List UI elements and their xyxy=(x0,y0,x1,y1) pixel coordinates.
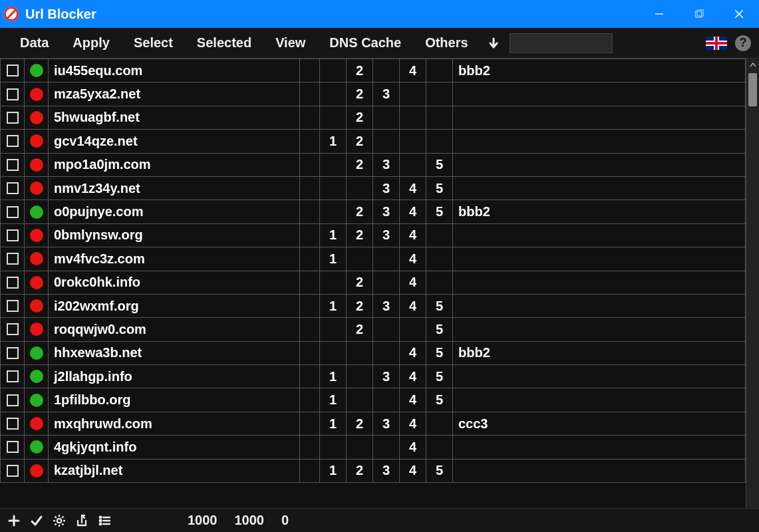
note-cell xyxy=(453,247,746,271)
col-5: 5 xyxy=(426,459,453,482)
status-dot-icon xyxy=(30,229,43,242)
note-cell xyxy=(453,294,746,317)
arrow-down-icon[interactable] xyxy=(487,37,500,50)
row-checkbox[interactable] xyxy=(7,347,19,359)
svg-point-18 xyxy=(100,523,102,525)
menu-view[interactable]: View xyxy=(263,31,317,55)
row-checkbox[interactable] xyxy=(7,300,19,312)
row-checkbox[interactable] xyxy=(7,370,19,382)
table-row[interactable]: 0rokc0hk.info24 xyxy=(1,271,746,294)
row-checkbox[interactable] xyxy=(7,182,19,194)
table-row[interactable]: hhxewa3b.net45bbb2 xyxy=(1,341,746,364)
row-checkbox[interactable] xyxy=(7,277,19,289)
table-row[interactable]: iu455equ.com24bbb2 xyxy=(1,59,746,82)
table-row[interactable]: gcv14qze.net12 xyxy=(1,130,746,153)
note-cell xyxy=(453,271,746,294)
table-row[interactable]: mxqhruwd.com1234ccc3 xyxy=(1,412,746,435)
menu-select[interactable]: Select xyxy=(122,31,185,55)
table-row[interactable]: 1pfilbbo.org145 xyxy=(1,388,746,412)
table-row[interactable]: mza5yxa2.net23 xyxy=(1,82,746,106)
status-dot-icon xyxy=(30,88,43,101)
menu-others[interactable]: Others xyxy=(413,31,480,55)
status-dot-icon xyxy=(30,417,43,430)
scroll-thumb[interactable] xyxy=(748,73,757,106)
note-cell xyxy=(453,153,746,176)
col-1 xyxy=(320,153,347,176)
table-row[interactable]: o0pujnye.com2345bbb2 xyxy=(1,200,746,223)
row-checkbox[interactable] xyxy=(7,159,19,171)
search-box[interactable] xyxy=(510,33,613,53)
minimize-button[interactable] xyxy=(639,0,679,28)
search-input[interactable] xyxy=(510,34,612,53)
table-row[interactable]: nmv1z34y.net345 xyxy=(1,176,746,200)
col-1 xyxy=(320,200,347,223)
row-checkbox[interactable] xyxy=(7,465,19,477)
col-3 xyxy=(373,59,400,82)
menu-selected[interactable]: Selected xyxy=(185,31,263,55)
row-checkbox[interactable] xyxy=(7,65,19,76)
close-button[interactable] xyxy=(719,0,759,28)
col-4: 4 xyxy=(400,459,426,482)
maximize-button[interactable] xyxy=(679,0,719,28)
menu-dns-cache[interactable]: DNS Cache xyxy=(317,31,413,55)
row-checkbox[interactable] xyxy=(7,418,19,430)
table-row[interactable]: 0bmlynsw.org1234 xyxy=(1,223,746,247)
row-checkbox[interactable] xyxy=(7,229,19,241)
col-3 xyxy=(373,388,400,412)
status-dot-icon xyxy=(30,464,43,477)
help-icon[interactable]: ? xyxy=(735,35,751,51)
table-row[interactable]: j2llahgp.info1345 xyxy=(1,365,746,388)
table-row[interactable]: mv4fvc3z.com14 xyxy=(1,247,746,271)
table-row[interactable]: mpo1a0jm.com235 xyxy=(1,153,746,176)
menubar: Data Apply Select Selected View DNS Cach… xyxy=(0,28,759,59)
col-3: 3 xyxy=(373,153,400,176)
col-5: 5 xyxy=(426,365,453,388)
table-row[interactable]: roqqwjw0.com25 xyxy=(1,318,746,341)
svg-point-16 xyxy=(100,519,102,521)
row-checkbox[interactable] xyxy=(7,441,19,453)
vertical-scrollbar[interactable] xyxy=(746,59,759,508)
col-3: 3 xyxy=(373,200,400,223)
language-flag-icon[interactable] xyxy=(706,37,727,50)
col-3: 3 xyxy=(373,223,400,247)
menu-apply[interactable]: Apply xyxy=(61,31,122,55)
col-2 xyxy=(347,247,373,271)
row-checkbox[interactable] xyxy=(7,88,19,100)
menu-data[interactable]: Data xyxy=(8,31,61,55)
blank-cell xyxy=(300,436,320,459)
table-row[interactable]: 4gkjyqnt.info4 xyxy=(1,436,746,459)
blank-cell xyxy=(300,365,320,388)
table-row[interactable]: 5hwuagbf.net2 xyxy=(1,106,746,129)
row-checkbox[interactable] xyxy=(7,394,19,406)
col-2: 2 xyxy=(347,459,373,482)
status-dot-icon xyxy=(30,440,43,454)
col-5 xyxy=(426,271,453,294)
row-checkbox[interactable] xyxy=(7,323,19,335)
table-row[interactable]: kzatjbjl.net12345 xyxy=(1,459,746,482)
blank-cell xyxy=(300,153,320,176)
row-checkbox[interactable] xyxy=(7,135,19,147)
note-cell xyxy=(453,106,746,129)
col-3 xyxy=(373,318,400,341)
url-cell: j2llahgp.info xyxy=(49,365,300,388)
checkmark-icon[interactable] xyxy=(29,513,44,528)
col-5: 5 xyxy=(426,388,453,412)
gear-icon[interactable] xyxy=(52,513,67,528)
table-row[interactable]: i202wxmf.org12345 xyxy=(1,294,746,317)
row-checkbox[interactable] xyxy=(7,206,19,218)
app-title: Url Blocker xyxy=(25,7,96,22)
col-2 xyxy=(347,365,373,388)
scroll-up-icon[interactable] xyxy=(746,59,759,72)
list-icon[interactable] xyxy=(97,513,112,528)
export-icon[interactable] xyxy=(75,513,89,528)
col-2: 2 xyxy=(347,59,373,82)
count-filtered: 1000 xyxy=(235,513,265,528)
titlebar: Url Blocker xyxy=(0,0,759,28)
row-checkbox[interactable] xyxy=(7,253,19,265)
add-icon[interactable] xyxy=(7,513,21,528)
url-cell: nmv1z34y.net xyxy=(49,176,300,200)
row-checkbox[interactable] xyxy=(7,112,19,124)
col-4: 4 xyxy=(400,223,426,247)
note-cell: bbb2 xyxy=(453,59,746,82)
col-4 xyxy=(400,82,426,106)
